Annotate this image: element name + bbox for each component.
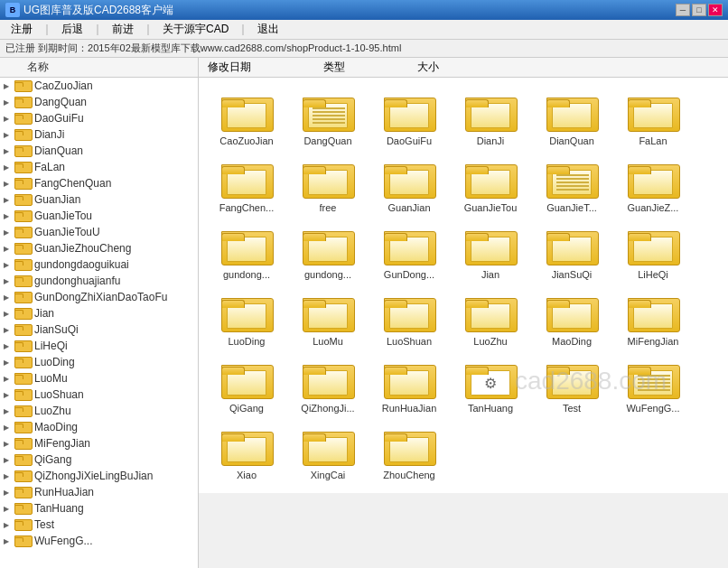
folder-item[interactable]: JianSuQi [531, 219, 612, 285]
folder-item[interactable]: XingCai [287, 419, 369, 486]
folder-label: GuanJieT... [546, 202, 597, 213]
folder-item[interactable]: FangChen... [206, 152, 287, 219]
folder-item[interactable]: MiFengJian [612, 285, 694, 352]
folder-icon-lg [384, 224, 434, 265]
sidebar-item[interactable]: ▶ DianQuan [0, 143, 198, 159]
folder-icon-sm [14, 372, 31, 385]
folder-item[interactable]: DangQuan [287, 85, 369, 152]
sidebar-item[interactable]: ▶ JianSuQi [0, 321, 198, 338]
expand-arrow: ▶ [4, 163, 14, 172]
folder-item[interactable]: WuFengG... [612, 352, 694, 419]
sidebar-item[interactable]: ▶ LuoShuan [0, 386, 198, 403]
sidebar-item[interactable]: ▶ LuoZhu [0, 403, 198, 419]
folder-label: XingCai [311, 470, 346, 480]
sidebar-item[interactable]: ▶ LuoMu [0, 370, 198, 386]
folder-label: CaoZuoJian [219, 135, 273, 146]
folder-icon-lg [546, 90, 597, 132]
window-controls[interactable]: ─ □ ✕ [676, 4, 723, 16]
sidebar-item[interactable]: ▶ DangQuan [0, 94, 198, 110]
folder-item[interactable]: CaoZuoJian [206, 85, 287, 152]
menu-register[interactable]: 注册 [4, 20, 40, 39]
folder-item[interactable]: GuanJieT... [531, 152, 612, 219]
folder-item[interactable]: DianQuan [531, 85, 612, 152]
folder-icon-lg [221, 224, 272, 265]
sidebar-item-label: LuoZhu [34, 405, 71, 417]
folder-item[interactable]: GuanJian [369, 152, 450, 219]
sidebar-item[interactable]: ▶ FangChenQuan [0, 175, 198, 191]
sidebar-item-label: MiFengJian [34, 437, 90, 450]
sidebar-item[interactable]: ▶ LuoDing [0, 354, 198, 370]
expand-arrow: ▶ [4, 228, 14, 237]
sidebar-item[interactable]: ▶ WuFengG... [0, 533, 198, 549]
folder-label: QiZhongJi... [301, 403, 354, 414]
sidebar-item[interactable]: ▶ QiZhongJiXieLingBuJian [0, 468, 198, 484]
sidebar-item[interactable]: ▶ GuanJian [0, 191, 198, 208]
sidebar-item[interactable]: ▶ DianJi [0, 126, 198, 143]
folder-item[interactable]: Xiao [206, 419, 287, 486]
sidebar-item-label: FaLan [34, 161, 65, 173]
sidebar-item[interactable]: ▶ Jian [0, 305, 198, 321]
folder-item[interactable]: QiGang [206, 352, 287, 419]
sidebar-item[interactable]: ▶ QiGang [0, 452, 198, 468]
folder-icon-sm [14, 96, 31, 108]
expand-arrow: ▶ [4, 489, 14, 497]
folder-item[interactable]: DianJi [450, 85, 531, 152]
sidebar-item[interactable]: ▶ GuanJieZhouCheng [0, 240, 198, 256]
sidebar-item[interactable]: ▶ gundongdaoguikuai [0, 256, 198, 273]
folder-item[interactable]: GuanJieZ... [612, 152, 694, 219]
folder-item[interactable]: gundong... [287, 219, 369, 285]
folder-item[interactable]: GuanJieTou [450, 152, 531, 219]
folder-item[interactable]: ⚙ TanHuang [450, 352, 531, 419]
sidebar-item[interactable]: ▶ Test [0, 517, 198, 533]
sidebar-item[interactable]: ▶ MiFengJian [0, 435, 198, 452]
folder-icon-lg [303, 157, 353, 199]
folder-label: LuoMu [313, 336, 343, 347]
folder-item[interactable]: RunHuaJian [369, 352, 450, 419]
folder-item[interactable]: Jian [450, 219, 531, 285]
sidebar-item[interactable]: ▶ TanHuang [0, 500, 198, 517]
folder-label: FaLan [639, 135, 667, 146]
folder-item[interactable]: QiZhongJi... [287, 352, 369, 419]
folder-item[interactable]: ZhouCheng [369, 419, 450, 486]
sidebar-item[interactable]: ▶ gundonghuajianfu [0, 273, 198, 289]
folder-icon-lg [465, 224, 516, 265]
folder-icon-sm [14, 128, 31, 141]
folder-item[interactable]: LuoShuan [369, 285, 450, 352]
folder-item[interactable]: LuoMu [287, 285, 369, 352]
folder-item[interactable]: MaoDing [531, 285, 612, 352]
folder-item[interactable]: LuoDing [206, 285, 287, 352]
close-button[interactable]: ✕ [708, 4, 723, 16]
folder-icon-lg [303, 424, 353, 466]
menu-about[interactable]: 关于源宇CAD [155, 20, 236, 39]
folder-item[interactable]: GunDong... [369, 219, 450, 285]
folder-item[interactable]: LuoZhu [450, 285, 531, 352]
folder-icon-lg [384, 358, 434, 399]
menu-back[interactable]: 后退 [54, 20, 90, 39]
sidebar-item[interactable]: ▶ GunDongZhiXianDaoTaoFu [0, 289, 198, 305]
folder-item[interactable]: free [287, 152, 369, 219]
maximize-button[interactable]: □ [692, 4, 706, 16]
sidebar-item-label: GuanJian [34, 193, 80, 206]
sidebar-item[interactable]: ▶ CaoZuoJian [0, 78, 198, 94]
folder-icon-lg [303, 90, 353, 132]
expand-arrow: ▶ [4, 212, 14, 220]
sidebar-item[interactable]: ▶ GuanJieTouU [0, 224, 198, 240]
folder-item[interactable]: Test [531, 352, 612, 419]
sidebar-item[interactable]: ▶ FaLan [0, 159, 198, 175]
sidebar-item[interactable]: ▶ LiHeQi [0, 338, 198, 354]
folder-item[interactable]: FaLan [612, 85, 694, 152]
folder-item[interactable]: DaoGuiFu [369, 85, 450, 152]
folder-item[interactable]: gundong... [206, 219, 287, 285]
sidebar-item[interactable]: ▶ DaoGuiFu [0, 110, 198, 126]
folder-label: QiGang [229, 403, 264, 414]
folder-item[interactable]: LiHeQi [612, 219, 694, 285]
menu-forward[interactable]: 前进 [105, 20, 141, 39]
folder-label: DaoGuiFu [387, 135, 432, 146]
sidebar-item[interactable]: ▶ MaoDing [0, 419, 198, 435]
title-bar: B UG图库普及版CAD2688客户端 ─ □ ✕ [0, 0, 728, 20]
sidebar-item[interactable]: ▶ RunHuaJian [0, 484, 198, 500]
menu-exit[interactable]: 退出 [250, 20, 286, 39]
sidebar-item[interactable]: ▶ GuanJieTou [0, 208, 198, 224]
folder-icon-lg [465, 291, 516, 332]
minimize-button[interactable]: ─ [676, 4, 690, 16]
